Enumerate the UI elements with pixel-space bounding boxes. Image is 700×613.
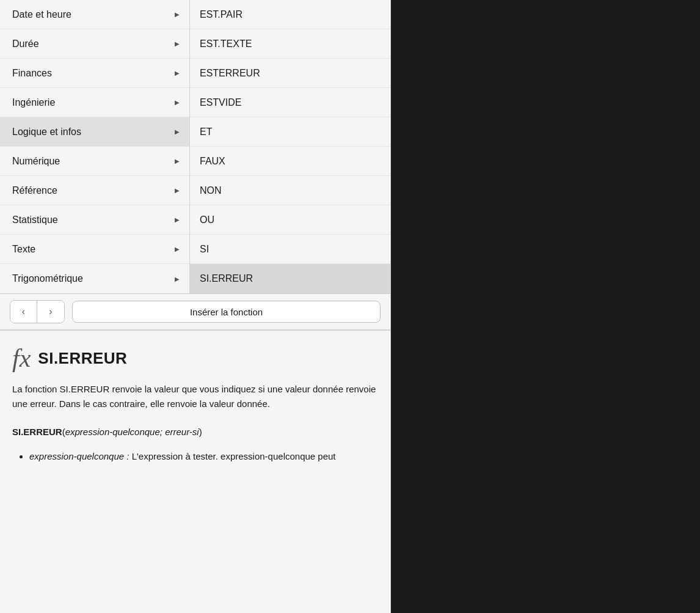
doc-syntax: SI.ERREUR(expression-quelconque; erreur-…	[12, 425, 378, 439]
category-label: Numérique	[12, 156, 60, 167]
function-item-ou[interactable]: OU	[190, 205, 390, 235]
function-label: ESTVIDE	[200, 97, 241, 108]
nav-buttons: ‹ ›	[10, 300, 65, 323]
function-item-estvide[interactable]: ESTVIDE	[190, 88, 390, 117]
chevron-right-icon: ▶	[175, 70, 180, 76]
category-item-duree[interactable]: Durée ▶	[0, 29, 189, 59]
prev-button[interactable]: ‹	[10, 301, 37, 323]
doc-section: fx SI.ERREUR La fonction SI.ERREUR renvo…	[0, 331, 390, 613]
function-label: FAUX	[200, 156, 225, 167]
function-label: EST.TEXTE	[200, 39, 252, 50]
chevron-right-icon: ▶	[175, 187, 180, 194]
category-item-numerique[interactable]: Numérique ▶	[0, 147, 189, 176]
toolbar: ‹ › Insérer la fonction	[0, 294, 390, 330]
dark-background	[391, 0, 700, 613]
param-item: expression-quelconque : L'expression à t…	[29, 449, 378, 464]
function-label: OU	[200, 215, 214, 226]
function-label: NON	[200, 185, 222, 196]
function-item-est-pair[interactable]: EST.PAIR	[190, 0, 390, 29]
category-label: Ingénierie	[12, 97, 55, 108]
category-label: Durée	[12, 39, 39, 50]
chevron-right-icon: ▶	[175, 276, 180, 282]
chevron-right-icon: ▶	[175, 216, 180, 223]
fx-icon: fx	[12, 345, 31, 371]
doc-description: La fonction SI.ERREUR renvoie la valeur …	[12, 382, 378, 411]
category-label: Trigonométrique	[12, 273, 83, 284]
doc-header: fx SI.ERREUR	[12, 345, 378, 371]
syntax-params: expression-quelconque; erreur-si	[65, 427, 199, 437]
category-item-reference[interactable]: Référence ▶	[0, 176, 189, 205]
category-label: Référence	[12, 185, 57, 196]
function-item-faux[interactable]: FAUX	[190, 147, 390, 176]
chevron-right-icon: ›	[49, 306, 52, 317]
category-item-finances[interactable]: Finances ▶	[0, 59, 189, 88]
function-list: EST.PAIR EST.TEXTE ESTERREUR ESTVIDE ET …	[189, 0, 390, 293]
category-label: Statistique	[12, 215, 58, 226]
chevron-right-icon: ▶	[175, 40, 180, 47]
function-label: SI	[200, 244, 209, 255]
function-item-esterreur[interactable]: ESTERREUR	[190, 59, 390, 88]
function-item-si[interactable]: SI	[190, 235, 390, 264]
insert-function-button[interactable]: Insérer la fonction	[72, 301, 381, 323]
chevron-left-icon: ‹	[22, 306, 25, 317]
chevron-right-icon: ▶	[175, 246, 180, 252]
param-name: expression-quelconque :	[29, 451, 129, 461]
function-label: EST.PAIR	[200, 9, 242, 20]
function-label: ESTERREUR	[200, 68, 260, 79]
function-item-si-erreur[interactable]: SI.ERREUR	[190, 264, 390, 293]
category-label: Logique et infos	[12, 127, 81, 138]
category-label: Finances	[12, 68, 52, 79]
category-item-logique[interactable]: Logique et infos ▶	[0, 117, 189, 147]
category-item-ingenierie[interactable]: Ingénierie ▶	[0, 88, 189, 117]
chevron-right-icon: ▶	[175, 158, 180, 164]
function-label: SI.ERREUR	[200, 273, 253, 284]
function-item-est-texte[interactable]: EST.TEXTE	[190, 29, 390, 59]
category-item-texte[interactable]: Texte ▶	[0, 235, 189, 264]
doc-func-name: SI.ERREUR	[38, 349, 127, 368]
category-label: Date et heure	[12, 9, 71, 20]
function-label: ET	[200, 127, 212, 138]
param-desc: L'expression à tester. expression-quelco…	[132, 451, 336, 461]
category-item-date-heure[interactable]: Date et heure ▶	[0, 0, 189, 29]
chevron-right-icon: ▶	[175, 99, 180, 106]
category-label: Texte	[12, 244, 35, 255]
doc-params-list: expression-quelconque : L'expression à t…	[12, 449, 378, 464]
menu-section: Date et heure ▶ Durée ▶ Finances ▶ Ingén…	[0, 0, 390, 294]
category-item-statistique[interactable]: Statistique ▶	[0, 205, 189, 235]
function-panel: Date et heure ▶ Durée ▶ Finances ▶ Ingén…	[0, 0, 391, 613]
chevron-right-icon: ▶	[175, 128, 180, 135]
function-item-non[interactable]: NON	[190, 176, 390, 205]
chevron-right-icon: ▶	[175, 11, 180, 18]
next-button[interactable]: ›	[37, 301, 64, 323]
syntax-func-name: SI.ERREUR	[12, 427, 62, 437]
function-item-et[interactable]: ET	[190, 117, 390, 147]
category-list: Date et heure ▶ Durée ▶ Finances ▶ Ingén…	[0, 0, 189, 293]
category-item-trigo[interactable]: Trigonométrique ▶	[0, 264, 189, 293]
